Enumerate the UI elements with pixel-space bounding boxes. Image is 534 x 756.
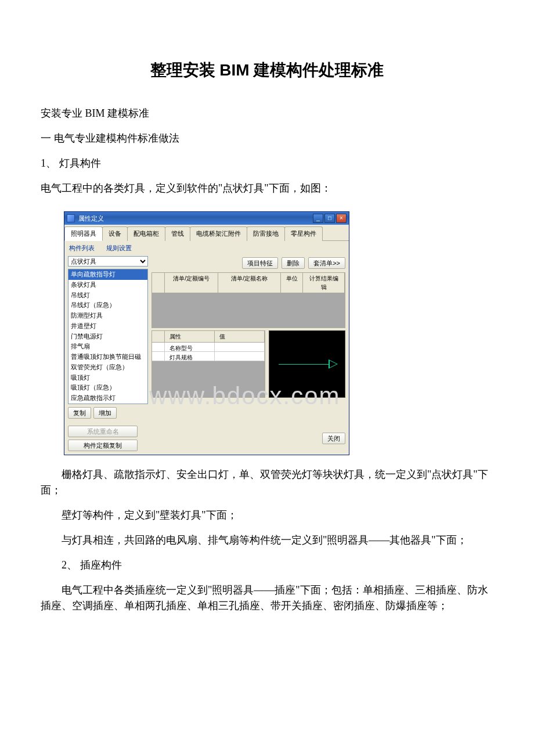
list-item[interactable]: 门禁电源灯 bbox=[68, 332, 147, 342]
section-1-para-3: 壁灯等构件，定义到"壁装灯具"下面； bbox=[41, 507, 493, 523]
component-listbox[interactable]: 单向疏散指导灯 条状灯具 吊线灯 吊线灯（应急） 防潮型灯具 井道壁灯 门禁电源… bbox=[68, 269, 148, 404]
section-1-para-4: 与灯具相连，共回路的电风扇、排气扇等构件统一定义到"照明器具——其他器具"下面； bbox=[41, 532, 493, 548]
list-item[interactable]: 双管荧光灯（应急） bbox=[68, 362, 147, 373]
tab-lightning[interactable]: 防雷接地 bbox=[247, 226, 285, 241]
preview-pane bbox=[269, 330, 345, 398]
add-button[interactable]: 增加 bbox=[93, 407, 117, 419]
list-item[interactable]: 条状灯具 bbox=[68, 280, 147, 290]
grid-header-code: 清单/定额编号 bbox=[165, 273, 218, 293]
footer-bar: 系统重命名 构件定额复制 关闭 bbox=[64, 422, 349, 455]
list-item[interactable]: 防潮型灯具 bbox=[68, 311, 147, 321]
list-item[interactable]: 普通吸顶灯加换节能日磁 bbox=[68, 352, 147, 362]
app-icon bbox=[67, 214, 75, 222]
attr-header-blank bbox=[152, 331, 165, 343]
grid-header-unit: 单位 bbox=[281, 273, 303, 293]
section-1-head: 1、 灯具构件 bbox=[41, 156, 493, 171]
sub-toolbar: 构件列表 规则设置 bbox=[64, 241, 349, 255]
section-2-para-1: 电气工程中各类插座统一定义到"照明器具——插座"下面；包括：单相插座、三相插座、… bbox=[41, 582, 493, 614]
list-item[interactable]: 应急疏散指示灯 bbox=[68, 393, 147, 404]
attr-cell-name: 灯具规格 bbox=[165, 352, 215, 361]
quota-grid[interactable]: 清单/定额编号 清单/定额名称 单位 计算结果编辑 bbox=[151, 272, 345, 328]
link-rule-settings[interactable]: 规则设置 bbox=[106, 243, 132, 253]
to-list-button[interactable]: 套清单>> bbox=[308, 257, 345, 269]
app-window: 属性定义 _ □ × 照明器具 设备 配电箱柜 管线 电缆桥架汇附件 防雷接地 … bbox=[64, 211, 349, 455]
category-select[interactable]: 点状灯具 bbox=[68, 256, 148, 267]
list-item[interactable]: 排气扇 bbox=[68, 341, 147, 352]
tab-lighting[interactable]: 照明器具 bbox=[64, 226, 103, 241]
preview-arrow-icon bbox=[279, 364, 329, 365]
subtitle-1: 安装专业 BIM 建模标准 bbox=[41, 106, 493, 121]
window-titlebar: 属性定义 _ □ × bbox=[64, 212, 349, 225]
minimize-button[interactable]: _ bbox=[313, 214, 323, 223]
tab-bar: 照明器具 设备 配电箱柜 管线 电缆桥架汇附件 防雷接地 零星构件 bbox=[64, 225, 349, 241]
link-component-list[interactable]: 构件列表 bbox=[69, 243, 95, 253]
section-1-para-2: 栅格灯具、疏散指示灯、安全出口灯，单、双管荧光灯等块状灯具，统一定义到"点状灯具… bbox=[41, 467, 493, 498]
attr-cell-name: 名称型号 bbox=[165, 343, 215, 352]
subtitle-2: 一 电气专业建模构件标准做法 bbox=[41, 131, 493, 146]
list-item[interactable]: 井道壁灯 bbox=[68, 321, 147, 332]
list-item[interactable]: 吊线灯（应急） bbox=[68, 300, 147, 311]
attr-row[interactable]: 灯具规格 bbox=[152, 352, 265, 361]
attr-cell-val[interactable] bbox=[215, 352, 265, 361]
section-2-head: 2、 插座构件 bbox=[41, 557, 493, 573]
close-window-button[interactable]: × bbox=[336, 214, 347, 223]
tab-conduit[interactable]: 管线 bbox=[165, 226, 190, 241]
attr-header-val: 值 bbox=[215, 331, 265, 343]
list-item[interactable]: 吸顶灯 bbox=[68, 373, 147, 383]
left-panel: 点状灯具 单向疏散指导灯 条状灯具 吊线灯 吊线灯（应急） 防潮型灯具 井道壁灯… bbox=[68, 256, 148, 419]
grid-header-blank bbox=[152, 273, 165, 293]
attr-cell-val[interactable] bbox=[215, 343, 265, 352]
list-item[interactable]: 吊线灯 bbox=[68, 290, 147, 301]
embedded-app-screenshot: www.bdocx.com 属性定义 _ □ × 照明器具 设备 配电箱柜 管线… bbox=[64, 211, 349, 455]
right-panel: 项目特征 删除 套清单>> 清单/定额编号 清单/定额名称 单位 计算结果编辑 bbox=[151, 256, 345, 419]
section-1-para-1: 电气工程中的各类灯具，定义到软件的"点状灯具"下面，如图： bbox=[41, 181, 493, 196]
list-item[interactable]: 吸顶灯（应急） bbox=[68, 383, 147, 393]
tab-misc[interactable]: 零星构件 bbox=[284, 226, 323, 241]
maximize-button[interactable]: □ bbox=[324, 214, 335, 223]
project-feature-button[interactable]: 项目特征 bbox=[242, 257, 278, 269]
tab-tray[interactable]: 电缆桥架汇附件 bbox=[190, 226, 247, 241]
component-quota-copy-button[interactable]: 构件定额复制 bbox=[68, 440, 138, 451]
attr-header-attr: 属性 bbox=[165, 331, 215, 343]
grid-header-calc: 计算结果编辑 bbox=[303, 273, 345, 293]
list-item[interactable]: 单向疏散指导灯 bbox=[68, 269, 147, 280]
window-title: 属性定义 bbox=[78, 214, 313, 224]
attr-row[interactable]: 名称型号 bbox=[152, 343, 265, 352]
page-title: 整理安装 BIM 建模构件处理标准 bbox=[41, 58, 493, 82]
close-button[interactable]: 关闭 bbox=[322, 433, 345, 444]
tab-panel[interactable]: 配电箱柜 bbox=[127, 226, 165, 241]
attribute-grid[interactable]: 属性 值 名称型号 灯具规格 bbox=[151, 330, 265, 398]
delete-button[interactable]: 删除 bbox=[282, 257, 305, 269]
system-rename-button[interactable]: 系统重命名 bbox=[68, 426, 138, 437]
grid-header-name: 清单/定额名称 bbox=[218, 273, 281, 293]
tab-equipment[interactable]: 设备 bbox=[102, 226, 128, 241]
copy-button[interactable]: 复制 bbox=[68, 407, 91, 419]
